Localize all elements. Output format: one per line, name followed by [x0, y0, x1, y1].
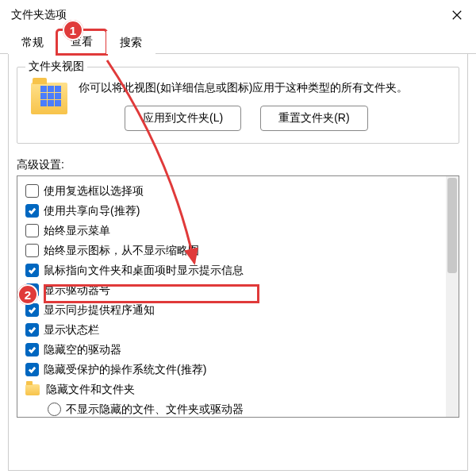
- list-item[interactable]: 鼠标指向文件夹和桌面项时显示提示信息: [22, 260, 455, 280]
- list-item[interactable]: 显示同步提供程序通知: [22, 300, 455, 320]
- scrollbar-thumb[interactable]: [447, 178, 457, 273]
- list-item-label: 显示驱动器号: [44, 282, 110, 299]
- list-item-label: 显示状态栏: [44, 322, 99, 338]
- list-item[interactable]: 始终显示菜单: [22, 221, 455, 241]
- folder-views-group: 文件夹视图 你可以将此视图(如详细信息或图标)应用于这种类型的所有文件夹。 应用…: [17, 67, 459, 144]
- list-item-label: 隐藏空的驱动器: [44, 341, 121, 358]
- tab-search[interactable]: 搜索: [106, 31, 155, 54]
- list-item-label: 隐藏受保护的操作系统文件(推荐): [44, 361, 206, 378]
- list-item[interactable]: 不显示隐藏的文件、文件夹或驱动器: [22, 399, 455, 418]
- annotation-badge-1: 1: [63, 20, 83, 40]
- checkbox[interactable]: [25, 363, 39, 376]
- list-item-label: 始终显示菜单: [44, 222, 110, 239]
- checkbox[interactable]: [25, 323, 39, 337]
- tab-general[interactable]: 常规: [8, 31, 57, 54]
- checkbox[interactable]: [25, 244, 39, 257]
- list-item[interactable]: 显示驱动器号: [22, 280, 455, 300]
- list-item-label: 始终显示图标，从不显示缩略图: [44, 242, 199, 259]
- window-title: 文件夹选项: [11, 8, 67, 22]
- advanced-settings-label: 高级设置:: [17, 158, 459, 172]
- list-item[interactable]: 始终显示图标，从不显示缩略图: [22, 241, 455, 260]
- list-item[interactable]: 隐藏空的驱动器: [22, 340, 455, 360]
- checkbox[interactable]: [25, 184, 39, 198]
- apply-to-folders-button[interactable]: 应用到文件夹(L): [125, 106, 241, 131]
- checkbox[interactable]: [25, 303, 39, 317]
- tab-content: 文件夹视图 你可以将此视图(如详细信息或图标)应用于这种类型的所有文件夹。 应用…: [8, 54, 468, 471]
- list-item[interactable]: 隐藏文件和文件夹: [22, 380, 455, 399]
- folder-views-desc: 你可以将此视图(如详细信息或图标)应用于这种类型的所有文件夹。: [79, 79, 447, 96]
- checkbox[interactable]: [25, 264, 39, 277]
- radio[interactable]: [48, 403, 61, 416]
- advanced-settings-list: 使用复选框以选择项使用共享向导(推荐)始终显示菜单始终显示图标，从不显示缩略图鼠…: [17, 175, 459, 418]
- annotation-badge-2: 2: [17, 284, 38, 305]
- list-item-label: 显示同步提供程序通知: [44, 302, 155, 318]
- list-item[interactable]: 显示状态栏: [22, 320, 455, 340]
- folder-icon: [25, 384, 40, 395]
- list-item-label: 不显示隐藏的文件、文件夹或驱动器: [66, 401, 244, 418]
- checkbox[interactable]: [25, 343, 39, 356]
- list-item-label: 鼠标指向文件夹和桌面项时显示提示信息: [44, 262, 244, 279]
- folder-views-legend: 文件夹视图: [25, 60, 87, 74]
- reset-folders-button[interactable]: 重置文件夹(R): [260, 106, 367, 131]
- list-item[interactable]: 使用共享向导(推荐): [22, 201, 455, 221]
- scrollbar[interactable]: [446, 176, 459, 417]
- list-item-label: 隐藏文件和文件夹: [46, 381, 135, 398]
- list-item-label: 使用共享向导(推荐): [44, 202, 140, 219]
- list-item[interactable]: 隐藏受保护的操作系统文件(推荐): [22, 360, 455, 380]
- list-item[interactable]: 使用复选框以选择项: [22, 181, 455, 201]
- checkbox[interactable]: [25, 204, 39, 218]
- folder-views-icon: [31, 83, 67, 114]
- checkbox[interactable]: [25, 224, 39, 237]
- list-item-label: 使用复选框以选择项: [44, 183, 144, 199]
- close-icon[interactable]: [449, 7, 465, 23]
